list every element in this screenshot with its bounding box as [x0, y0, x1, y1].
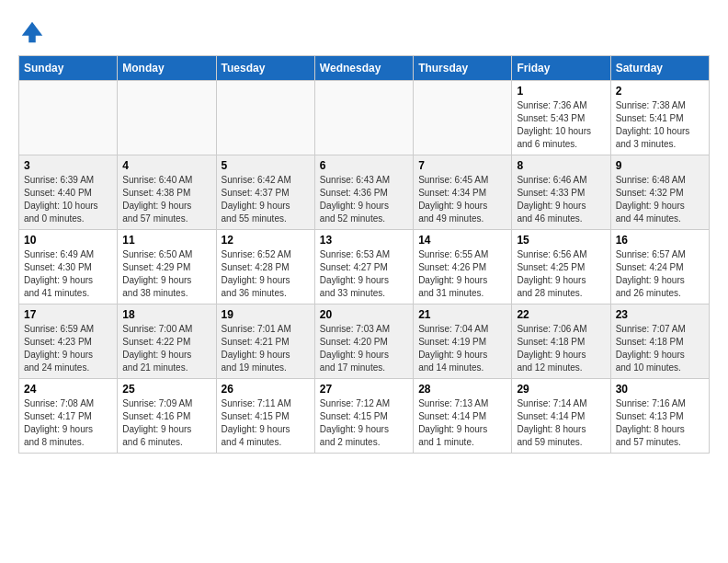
- calendar-cell: 10Sunrise: 6:49 AM Sunset: 4:30 PM Dayli…: [19, 230, 118, 304]
- day-info: Sunrise: 7:08 AM Sunset: 4:17 PM Dayligh…: [24, 397, 112, 449]
- calendar-week-5: 24Sunrise: 7:08 AM Sunset: 4:17 PM Dayli…: [19, 379, 710, 454]
- calendar-week-3: 10Sunrise: 6:49 AM Sunset: 4:30 PM Dayli…: [19, 230, 710, 304]
- day-number: 21: [418, 308, 506, 321]
- day-info: Sunrise: 7:00 AM Sunset: 4:22 PM Dayligh…: [122, 323, 210, 374]
- calendar-header-saturday: Saturday: [610, 56, 709, 81]
- calendar-cell: 27Sunrise: 7:12 AM Sunset: 4:15 PM Dayli…: [314, 379, 413, 454]
- day-number: 1: [517, 85, 605, 98]
- calendar-header-sunday: Sunday: [19, 56, 118, 81]
- calendar-cell: 6Sunrise: 6:43 AM Sunset: 4:36 PM Daylig…: [314, 155, 413, 230]
- day-number: 28: [418, 383, 506, 396]
- calendar-cell: 21Sunrise: 7:04 AM Sunset: 4:19 PM Dayli…: [414, 304, 512, 379]
- calendar-cell: 25Sunrise: 7:09 AM Sunset: 4:16 PM Dayli…: [118, 379, 216, 454]
- calendar-cell: 3Sunrise: 6:39 AM Sunset: 4:40 PM Daylig…: [19, 155, 118, 230]
- calendar-week-2: 3Sunrise: 6:39 AM Sunset: 4:40 PM Daylig…: [19, 155, 710, 230]
- day-info: Sunrise: 7:01 AM Sunset: 4:21 PM Dayligh…: [222, 323, 310, 374]
- calendar-week-1: 1Sunrise: 7:36 AM Sunset: 5:43 PM Daylig…: [19, 81, 710, 155]
- day-number: 16: [616, 234, 704, 247]
- day-info: Sunrise: 7:04 AM Sunset: 4:19 PM Dayligh…: [418, 323, 506, 374]
- day-info: Sunrise: 6:45 AM Sunset: 4:34 PM Dayligh…: [418, 174, 506, 225]
- day-number: 10: [24, 234, 112, 247]
- svg-marker-0: [22, 22, 43, 43]
- day-number: 8: [517, 159, 605, 172]
- calendar-cell: 9Sunrise: 6:48 AM Sunset: 4:32 PM Daylig…: [610, 155, 709, 230]
- day-info: Sunrise: 7:07 AM Sunset: 4:18 PM Dayligh…: [616, 323, 704, 374]
- calendar-header-monday: Monday: [118, 56, 216, 81]
- day-info: Sunrise: 6:53 AM Sunset: 4:27 PM Dayligh…: [320, 248, 408, 300]
- calendar-cell: 1Sunrise: 7:36 AM Sunset: 5:43 PM Daylig…: [512, 81, 610, 155]
- day-number: 11: [122, 234, 210, 247]
- calendar-cell: 30Sunrise: 7:16 AM Sunset: 4:13 PM Dayli…: [610, 379, 709, 454]
- day-info: Sunrise: 6:52 AM Sunset: 4:28 PM Dayligh…: [222, 248, 310, 300]
- day-info: Sunrise: 7:13 AM Sunset: 4:14 PM Dayligh…: [418, 397, 506, 449]
- day-number: 15: [517, 234, 605, 247]
- day-number: 7: [418, 159, 506, 172]
- day-info: Sunrise: 7:03 AM Sunset: 4:20 PM Dayligh…: [320, 323, 408, 374]
- day-info: Sunrise: 6:50 AM Sunset: 4:29 PM Dayligh…: [122, 248, 210, 300]
- calendar-cell: 15Sunrise: 6:56 AM Sunset: 4:25 PM Dayli…: [512, 230, 610, 304]
- day-number: 4: [122, 159, 210, 172]
- day-number: 23: [616, 308, 704, 321]
- calendar-cell: 8Sunrise: 6:46 AM Sunset: 4:33 PM Daylig…: [512, 155, 610, 230]
- day-number: 9: [616, 159, 704, 172]
- calendar-table: SundayMondayTuesdayWednesdayThursdayFrid…: [18, 55, 710, 454]
- page-header: [18, 18, 710, 46]
- day-info: Sunrise: 6:59 AM Sunset: 4:23 PM Dayligh…: [24, 323, 112, 374]
- calendar-cell: 26Sunrise: 7:11 AM Sunset: 4:15 PM Dayli…: [216, 379, 314, 454]
- day-info: Sunrise: 6:43 AM Sunset: 4:36 PM Dayligh…: [320, 174, 408, 225]
- calendar-cell: 28Sunrise: 7:13 AM Sunset: 4:14 PM Dayli…: [414, 379, 512, 454]
- day-info: Sunrise: 7:12 AM Sunset: 4:15 PM Dayligh…: [320, 397, 408, 449]
- day-number: 26: [222, 383, 310, 396]
- day-info: Sunrise: 6:49 AM Sunset: 4:30 PM Dayligh…: [24, 248, 112, 300]
- day-info: Sunrise: 6:56 AM Sunset: 4:25 PM Dayligh…: [517, 248, 605, 300]
- day-number: 6: [320, 159, 408, 172]
- calendar-cell: 5Sunrise: 6:42 AM Sunset: 4:37 PM Daylig…: [216, 155, 314, 230]
- day-info: Sunrise: 6:55 AM Sunset: 4:26 PM Dayligh…: [418, 248, 506, 300]
- calendar-cell: 24Sunrise: 7:08 AM Sunset: 4:17 PM Dayli…: [19, 379, 118, 454]
- calendar-cell: 18Sunrise: 7:00 AM Sunset: 4:22 PM Dayli…: [118, 304, 216, 379]
- calendar-cell: 14Sunrise: 6:55 AM Sunset: 4:26 PM Dayli…: [414, 230, 512, 304]
- day-info: Sunrise: 6:39 AM Sunset: 4:40 PM Dayligh…: [24, 174, 112, 225]
- logo-icon: [18, 18, 46, 46]
- calendar-cell: 20Sunrise: 7:03 AM Sunset: 4:20 PM Dayli…: [314, 304, 413, 379]
- calendar-week-4: 17Sunrise: 6:59 AM Sunset: 4:23 PM Dayli…: [19, 304, 710, 379]
- day-number: 25: [122, 383, 210, 396]
- day-info: Sunrise: 7:09 AM Sunset: 4:16 PM Dayligh…: [122, 397, 210, 449]
- day-info: Sunrise: 7:11 AM Sunset: 4:15 PM Dayligh…: [222, 397, 310, 449]
- day-info: Sunrise: 7:16 AM Sunset: 4:13 PM Dayligh…: [616, 397, 704, 449]
- day-number: 5: [222, 159, 310, 172]
- calendar-cell: 11Sunrise: 6:50 AM Sunset: 4:29 PM Dayli…: [118, 230, 216, 304]
- calendar-cell: 23Sunrise: 7:07 AM Sunset: 4:18 PM Dayli…: [610, 304, 709, 379]
- day-info: Sunrise: 6:46 AM Sunset: 4:33 PM Dayligh…: [517, 174, 605, 225]
- calendar-cell: [19, 81, 118, 155]
- day-number: 17: [24, 308, 112, 321]
- day-info: Sunrise: 6:42 AM Sunset: 4:37 PM Dayligh…: [222, 174, 310, 225]
- day-number: 19: [222, 308, 310, 321]
- day-info: Sunrise: 7:36 AM Sunset: 5:43 PM Dayligh…: [517, 99, 605, 151]
- day-info: Sunrise: 6:40 AM Sunset: 4:38 PM Dayligh…: [122, 174, 210, 225]
- calendar-header-thursday: Thursday: [414, 56, 512, 81]
- calendar-header-tuesday: Tuesday: [216, 56, 314, 81]
- day-number: 13: [320, 234, 408, 247]
- day-number: 22: [517, 308, 605, 321]
- day-info: Sunrise: 7:38 AM Sunset: 5:41 PM Dayligh…: [616, 99, 704, 151]
- day-number: 12: [222, 234, 310, 247]
- calendar-cell: 29Sunrise: 7:14 AM Sunset: 4:14 PM Dayli…: [512, 379, 610, 454]
- day-number: 29: [517, 383, 605, 396]
- calendar-header-wednesday: Wednesday: [314, 56, 413, 81]
- calendar-cell: 12Sunrise: 6:52 AM Sunset: 4:28 PM Dayli…: [216, 230, 314, 304]
- logo: [18, 18, 51, 46]
- day-number: 20: [320, 308, 408, 321]
- calendar-cell: 2Sunrise: 7:38 AM Sunset: 5:41 PM Daylig…: [610, 81, 709, 155]
- day-info: Sunrise: 7:14 AM Sunset: 4:14 PM Dayligh…: [517, 397, 605, 449]
- day-number: 24: [24, 383, 112, 396]
- calendar-cell: 19Sunrise: 7:01 AM Sunset: 4:21 PM Dayli…: [216, 304, 314, 379]
- calendar-cell: 7Sunrise: 6:45 AM Sunset: 4:34 PM Daylig…: [414, 155, 512, 230]
- day-info: Sunrise: 6:48 AM Sunset: 4:32 PM Dayligh…: [616, 174, 704, 225]
- day-number: 2: [616, 85, 704, 98]
- calendar-header-row: SundayMondayTuesdayWednesdayThursdayFrid…: [19, 56, 710, 81]
- day-number: 18: [122, 308, 210, 321]
- calendar-header-friday: Friday: [512, 56, 610, 81]
- calendar-cell: [414, 81, 512, 155]
- calendar-cell: [314, 81, 413, 155]
